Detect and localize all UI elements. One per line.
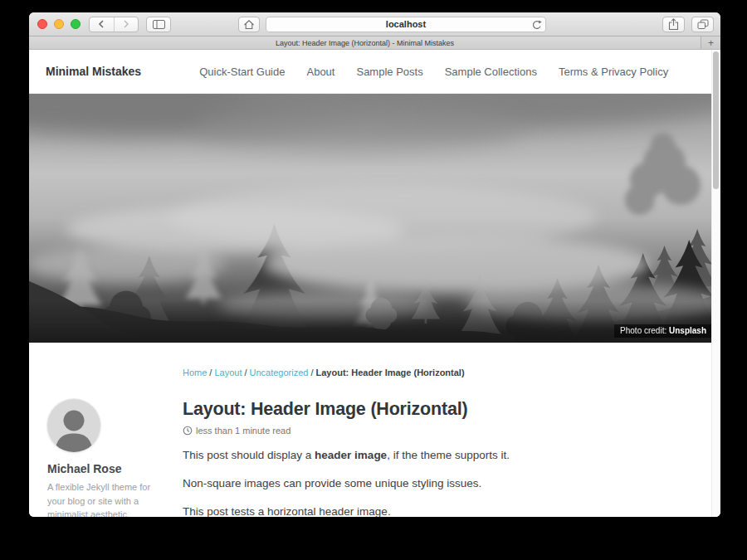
page-title: Layout: Header Image (Horizontal) <box>183 399 692 420</box>
article-layout: Michael Rose A flexible Jekyll theme for… <box>29 399 712 517</box>
tab-title: Layout: Header Image (Horizontal) - Mini… <box>276 39 454 47</box>
history-nav-buttons <box>89 17 139 32</box>
tab-overview-button[interactable] <box>691 17 714 32</box>
site-masthead: Minimal Mistakes Quick-Start Guide About… <box>29 50 712 94</box>
person-silhouette-icon <box>47 399 100 452</box>
paragraph: This post tests a horizontal header imag… <box>183 504 692 517</box>
paragraph: Non-square images can provide some uniqu… <box>183 475 692 493</box>
new-tab-button[interactable]: + <box>701 37 720 49</box>
site-title-link[interactable]: Minimal Mistakes <box>46 65 141 78</box>
breadcrumb: Home/Layout/Uncategorized/Layout: Header… <box>183 368 696 377</box>
breadcrumb-separator: / <box>209 368 212 377</box>
nav-item-terms-privacy[interactable]: Terms & Privacy Policy <box>559 66 668 78</box>
breadcrumb-separator: / <box>310 368 313 377</box>
close-window-button[interactable] <box>37 19 47 29</box>
nav-item-about[interactable]: About <box>306 66 334 78</box>
site-nav: Quick-Start Guide About Sample Posts Sam… <box>199 66 668 78</box>
article-main: Layout: Header Image (Horizontal) less t… <box>183 399 692 517</box>
nav-item-quick-start-guide[interactable]: Quick-Start Guide <box>199 66 285 78</box>
home-button[interactable] <box>238 17 260 32</box>
page-scrollbar[interactable] <box>711 50 720 517</box>
safari-window: localhost Layout: Header Im <box>29 12 720 517</box>
clock-icon <box>183 426 193 436</box>
share-icon <box>668 18 679 31</box>
header-image: Photo credit: Unsplash <box>29 94 712 343</box>
author-bio: A flexible Jekyll theme for your blog or… <box>47 480 152 517</box>
photo-credit-caption: Photo credit: Unsplash <box>614 324 712 338</box>
zoom-window-button[interactable] <box>71 19 81 29</box>
author-sidebar: Michael Rose A flexible Jekyll theme for… <box>47 399 166 517</box>
browser-toolbar: localhost <box>29 12 720 37</box>
home-icon <box>243 19 255 30</box>
minimize-window-button[interactable] <box>54 19 64 29</box>
avatar <box>47 399 100 452</box>
read-time-text: less than 1 minute read <box>196 426 290 436</box>
reload-button[interactable] <box>531 20 542 31</box>
chevron-left-icon <box>98 20 105 28</box>
paragraph: This post should display a header image,… <box>183 447 692 465</box>
browser-tab[interactable]: Layout: Header Image (Horizontal) - Mini… <box>29 37 701 49</box>
breadcrumb-separator: / <box>244 368 247 377</box>
nav-item-sample-collections[interactable]: Sample Collections <box>445 66 537 78</box>
photo-credit-prefix: Photo credit: <box>620 326 669 335</box>
reload-icon <box>531 20 542 31</box>
article-body: This post should display a header image,… <box>183 447 692 517</box>
breadcrumb-current-page: Layout: Header Image (Horizontal) <box>316 368 465 377</box>
tabs-icon <box>697 19 709 30</box>
window-controls <box>37 19 81 29</box>
tab-bar: Layout: Header Image (Horizontal) - Mini… <box>29 37 720 50</box>
webpage: Minimal Mistakes Quick-Start Guide About… <box>29 50 712 517</box>
breadcrumb-layout-link[interactable]: Layout <box>214 368 242 377</box>
sidebar-toggle-button[interactable] <box>146 17 171 32</box>
forward-button[interactable] <box>114 17 139 32</box>
breadcrumb-home-link[interactable]: Home <box>183 368 207 377</box>
sidebar-icon <box>153 20 165 29</box>
address-bar[interactable]: localhost <box>266 17 546 32</box>
photo-credit-link[interactable]: Unsplash <box>669 326 706 335</box>
chevron-right-icon <box>123 20 129 28</box>
foggy-forest-illustration <box>29 94 712 343</box>
scrollbar-thumb[interactable] <box>713 51 719 189</box>
url-text: localhost <box>266 19 545 29</box>
back-button[interactable] <box>90 17 114 32</box>
nav-item-sample-posts[interactable]: Sample Posts <box>356 66 422 78</box>
breadcrumb-uncategorized-link[interactable]: Uncategorized <box>250 368 309 377</box>
browser-viewport: Minimal Mistakes Quick-Start Guide About… <box>29 50 720 517</box>
read-time-meta: less than 1 minute read <box>183 426 692 436</box>
share-button[interactable] <box>662 17 685 32</box>
author-name: Michael Rose <box>47 462 166 475</box>
